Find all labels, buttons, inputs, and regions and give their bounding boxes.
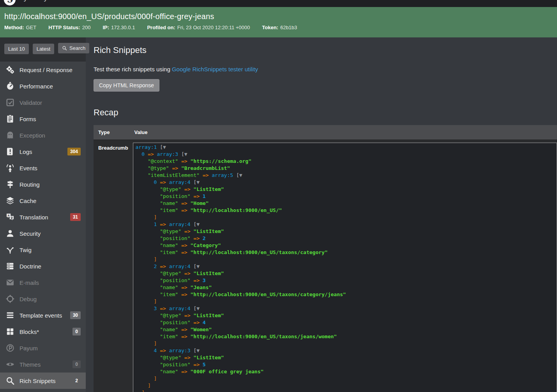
ghost-icon	[5, 130, 15, 140]
dump-token: array:4	[169, 221, 191, 227]
table-row: Breadcrumb array:1 [▼ 0 => array:3 [▼ "@…	[94, 140, 557, 392]
sidebar-item-label: Cache	[19, 198, 81, 204]
copy-html-response-button[interactable]: Copy HTML Response	[94, 79, 159, 92]
sidebar-item-security[interactable]: Security	[0, 225, 86, 242]
var-dump: array:1 [▼ 0 => array:3 [▼ "@context" =>…	[133, 143, 557, 392]
dump-token	[136, 207, 160, 213]
signpost-icon	[5, 179, 15, 189]
dump-token: =>	[181, 355, 193, 360]
dump-toggle-icon[interactable]: ▼	[196, 179, 200, 185]
sidebar-item-debug: Debug	[0, 291, 86, 307]
sidebar-item-logs[interactable]: Logs304	[0, 143, 86, 160]
dump-toggle-icon[interactable]: ▼	[196, 263, 200, 269]
sidebar-item-label: Forms	[19, 116, 81, 122]
dump-token: "ListItem"	[193, 313, 224, 318]
sidebar-item-doctrine[interactable]: Doctrine	[0, 258, 86, 274]
profile-meta: Method:GETHTTP Status:200IP:172.30.0.1Pr…	[4, 25, 557, 30]
dump-token: "http://localhost:9000/en_US/"	[190, 207, 282, 213]
dump-toggle-icon[interactable]: ▼	[184, 151, 187, 157]
count-badge: 2	[72, 377, 81, 385]
dump-token: 0	[141, 151, 145, 157]
dump-toggle-icon[interactable]: ▼	[163, 144, 166, 150]
sidebar-item-template-events[interactable]: Template events30	[0, 307, 86, 323]
search-button[interactable]: Search	[58, 43, 89, 53]
dump-token: =>	[178, 327, 190, 332]
richsnippets-tester-link[interactable]: Google RichSnippets tester utility	[172, 66, 258, 72]
gears-icon	[5, 65, 15, 75]
dump-token: "position"	[160, 320, 190, 325]
sidebar-item-themes: Themes0	[0, 356, 86, 373]
dump-token	[136, 298, 154, 304]
dump-token: =>	[178, 334, 190, 339]
latest-button[interactable]: Latest	[33, 44, 54, 54]
intro-text-static: Test these rich snippets using	[94, 66, 172, 72]
dump-token: 2	[203, 235, 206, 241]
sidebar-item-request-response[interactable]: Request / Response	[0, 62, 86, 78]
dump-token: =>	[190, 362, 202, 367]
layers-icon	[5, 196, 15, 206]
dump-toggle-icon[interactable]: ▼	[196, 305, 200, 311]
dump-token	[136, 320, 160, 325]
dump-token: =>	[190, 320, 202, 325]
sidebar: Last 10LatestSearch Request / ResponsePe…	[0, 37, 86, 392]
count-badge: 30	[70, 311, 81, 319]
dump-token: "ListItem"	[193, 270, 224, 276]
dump-token	[136, 193, 160, 199]
sidebar-item-label: Routing	[19, 181, 81, 188]
column-header-value: Value	[133, 125, 557, 140]
dump-token: array:4	[169, 263, 191, 269]
sidebar-item-routing[interactable]: Routing	[0, 176, 86, 192]
sidebar-item-label: E-mails	[19, 279, 81, 286]
dump-toggle-icon[interactable]: ▼	[239, 172, 242, 178]
sidebar-item-exception: Exception	[0, 127, 86, 143]
sidebar-item-performance[interactable]: Performance	[0, 78, 86, 94]
button-label: Last 10	[8, 46, 25, 52]
dump-token: ]	[141, 390, 145, 392]
sidebar-item-blocks[interactable]: Blocks*0	[0, 323, 86, 340]
dump-token: "@type"	[148, 165, 169, 171]
symfony-logo-icon[interactable]: S	[4, 0, 16, 5]
clipboard-icon	[5, 114, 15, 124]
dump-token	[136, 369, 160, 374]
last-10-button[interactable]: Last 10	[4, 44, 29, 54]
dump-token	[136, 383, 148, 388]
dump-token	[136, 327, 160, 332]
dump-token: =>	[178, 249, 190, 255]
dump-token: 4	[203, 320, 206, 325]
sidebar-item-cache[interactable]: Cache	[0, 192, 86, 209]
dump-token: =>	[190, 193, 202, 199]
sidebar-item-translation[interactable]: aTranslation31	[0, 209, 86, 225]
dump-token: array:3	[169, 348, 191, 353]
dump-token	[136, 334, 160, 339]
dump-token: "Jeans"	[190, 284, 212, 290]
dump-token	[136, 186, 160, 192]
sidebar-item-label: Request / Response	[19, 67, 81, 73]
dump-token	[136, 165, 148, 171]
dump-token: ]	[154, 376, 157, 381]
sidebar-item-label: Logs	[19, 148, 64, 155]
dump-token	[136, 235, 160, 241]
sidebar-item-label: Twig	[19, 247, 81, 253]
sidebar-item-rich-snippets[interactable]: Rich Snippets2	[0, 373, 86, 389]
dump-token: "name"	[160, 242, 178, 248]
sidebar-item-validator: Validator	[0, 94, 86, 111]
dump-token: "@context"	[148, 158, 178, 164]
dump-token	[136, 348, 154, 353]
dump-token	[136, 151, 142, 157]
dump-token	[136, 270, 160, 276]
dump-toggle-icon[interactable]: ▼	[196, 221, 200, 227]
sidebar-item-label: Themes	[19, 361, 69, 368]
dump-token: "name"	[160, 369, 178, 374]
dump-token: "https://schema.org"	[190, 158, 251, 164]
sidebar-item-events[interactable]: Events	[0, 160, 86, 176]
sidebar-item-twig[interactable]: Twig	[0, 242, 86, 258]
sidebar-item-forms[interactable]: Forms	[0, 111, 86, 127]
dump-token: ]	[154, 214, 157, 220]
magnifier-icon	[5, 376, 15, 386]
sidebar-item-label: Template events	[19, 312, 67, 319]
dump-toggle-icon[interactable]: ▼	[196, 348, 200, 353]
eye-icon	[5, 359, 15, 369]
dump-token: =>	[178, 284, 190, 290]
dump-token: =>	[181, 186, 193, 192]
user-icon	[5, 228, 15, 238]
